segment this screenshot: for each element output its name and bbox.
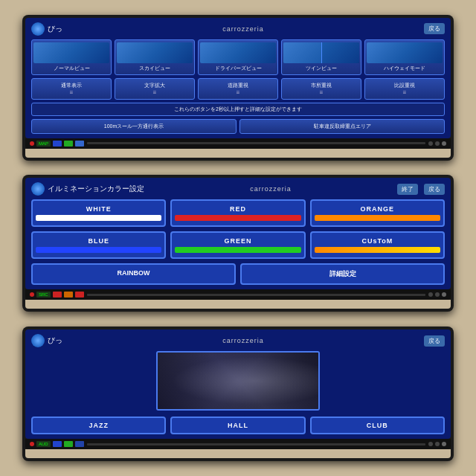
bottom-buttons-row-1: 100mスール一方通行表示 駐車違反取締重点エリア bbox=[31, 119, 445, 134]
power-btn-2[interactable] bbox=[30, 292, 34, 297]
title-text-1: びっ bbox=[48, 24, 62, 34]
ctrl-btn-nav-3[interactable] bbox=[75, 441, 84, 447]
ctrl-dot-3[interactable] bbox=[442, 141, 446, 146]
screen-panel3: びっ carrozzeria 戻る JAZZ HALL CLUB bbox=[25, 329, 451, 439]
media-thumbnail bbox=[156, 351, 320, 411]
settings-buttons-row: 通常表示 文字拡大 道路重視 市所重視 比設重視 bbox=[31, 78, 445, 100]
control-bar-2: SRC bbox=[25, 289, 451, 300]
ctrl-dot-2[interactable] bbox=[435, 141, 440, 146]
control-bar-3: AUD bbox=[25, 439, 451, 449]
screen-topbar-1: びっ carrozzeria 戻る bbox=[31, 22, 445, 36]
thumbnail-overlay bbox=[158, 353, 318, 409]
screen-title-2: イルミネーションカラー設定 bbox=[31, 182, 144, 196]
ctrl-dot-7[interactable] bbox=[428, 442, 433, 446]
view-btn-sky[interactable]: スカイビュー bbox=[115, 39, 195, 75]
info-text-1: これらのボタンを2秒以上押すと詳細な設定ができます bbox=[31, 103, 445, 116]
rainbow-btn[interactable]: RAINBOW bbox=[31, 263, 236, 285]
color-btn-blue[interactable]: BLUE bbox=[31, 231, 166, 259]
view-btn-twin[interactable]: ツインビュー bbox=[281, 39, 361, 75]
logo-icon-2 bbox=[31, 182, 45, 196]
setting-btn-city[interactable]: 市所重視 bbox=[281, 78, 361, 100]
ctrl-right-1 bbox=[428, 141, 446, 146]
logo-icon-1 bbox=[31, 22, 45, 36]
ctrl-dot-8[interactable] bbox=[435, 442, 440, 446]
screen-topbar-3: びっ carrozzeria 戻る bbox=[31, 334, 445, 347]
shelf-1 bbox=[25, 149, 451, 158]
shelf-2 bbox=[25, 300, 451, 309]
bottom-btn-parking[interactable]: 駐車違反取締重点エリア bbox=[239, 119, 445, 134]
ctrl-left-1: MAP bbox=[30, 141, 84, 147]
swatch-white bbox=[36, 215, 161, 221]
ctrl-dot-4[interactable] bbox=[428, 292, 433, 297]
genre-btn-club[interactable]: CLUB bbox=[310, 416, 445, 434]
ctrl-btn-r2-2[interactable] bbox=[75, 292, 84, 298]
logo-icon-3 bbox=[31, 334, 45, 347]
ctrl-btn-nav-1[interactable] bbox=[75, 141, 84, 147]
view-btn-driver[interactable]: ドライバーズビュー bbox=[198, 39, 278, 75]
swatch-custom bbox=[315, 247, 440, 253]
screen-panel1: びっ carrozzeria 戻る ノーマルビュー スカイビュー ドライバーズビ… bbox=[25, 18, 451, 138]
back-button-3[interactable]: 戻る bbox=[424, 335, 445, 347]
shelf-3 bbox=[25, 449, 451, 458]
ctrl-right-2 bbox=[428, 292, 446, 297]
ctrl-dot-1[interactable] bbox=[428, 141, 433, 146]
title-text-2: イルミネーションカラー設定 bbox=[48, 184, 144, 194]
ctrl-dot-9[interactable] bbox=[442, 442, 446, 446]
color-btn-orange[interactable]: ORANGE bbox=[310, 199, 445, 227]
back-button-2[interactable]: 戻る bbox=[424, 184, 445, 195]
slot-line-1 bbox=[87, 142, 425, 144]
display-3: AUD bbox=[36, 441, 51, 447]
brand-logo-1: carrozzeria bbox=[62, 25, 424, 33]
power-btn-1[interactable] bbox=[30, 141, 34, 146]
device-panel1: びっ carrozzeria 戻る ノーマルビュー スカイビュー ドライバーズビ… bbox=[22, 15, 454, 161]
brand-logo-3: carrozzeria bbox=[62, 337, 424, 344]
device-panel2: イルミネーションカラー設定 carrozzeria 終了 戻る WHITE RE… bbox=[22, 175, 454, 312]
screen-topbar-2: イルミネーションカラー設定 carrozzeria 終了 戻る bbox=[31, 182, 445, 196]
brand-logo-2: carrozzeria bbox=[144, 185, 397, 193]
device-panel3: びっ carrozzeria 戻る JAZZ HALL CLUB AUD bbox=[22, 327, 454, 461]
control-bar-1: MAP bbox=[25, 138, 451, 149]
setting-btn-road[interactable]: 道路重視 bbox=[198, 78, 278, 100]
slot-line-2 bbox=[87, 294, 425, 296]
color-btn-custom[interactable]: CUsToM bbox=[310, 231, 445, 259]
genre-btn-hall[interactable]: HALL bbox=[170, 416, 305, 434]
back-button-1[interactable]: 戻る bbox=[424, 23, 445, 34]
swatch-red bbox=[175, 215, 300, 221]
ctrl-btn-green-1[interactable] bbox=[64, 141, 73, 147]
color-btn-white[interactable]: WHITE bbox=[31, 199, 166, 227]
ctrl-btn-blue-3[interactable] bbox=[53, 441, 62, 447]
ctrl-right-3 bbox=[428, 442, 446, 446]
bottom-btn-100m[interactable]: 100mスール一方通行表示 bbox=[31, 119, 237, 134]
ctrl-btn-green-3[interactable] bbox=[64, 441, 73, 447]
view-buttons-row: ノーマルビュー スカイビュー ドライバーズビュー ツインビュー ハイウェイモード bbox=[31, 39, 445, 75]
genre-buttons-row: JAZZ HALL CLUB bbox=[31, 416, 445, 434]
ctrl-dot-5[interactable] bbox=[435, 292, 440, 297]
genre-btn-jazz[interactable]: JAZZ bbox=[31, 416, 166, 434]
screen-title-3: びっ bbox=[31, 334, 62, 347]
display-1: MAP bbox=[36, 141, 51, 147]
color-btn-red[interactable]: RED bbox=[170, 199, 305, 227]
swatch-orange bbox=[315, 215, 440, 221]
swatch-blue bbox=[36, 247, 161, 253]
color-grid: WHITE RED ORANGE BLUE GREEN CUsToM bbox=[31, 199, 445, 259]
detail-btn[interactable]: 詳細設定 bbox=[240, 263, 445, 285]
setting-btn-facility[interactable]: 比設重視 bbox=[364, 78, 445, 100]
swatch-green bbox=[175, 247, 300, 253]
end-button-2[interactable]: 終了 bbox=[397, 184, 418, 195]
ctrl-btn-blue-1[interactable] bbox=[53, 141, 62, 147]
ctrl-left-2: SRC bbox=[30, 292, 84, 298]
slot-line-3 bbox=[87, 443, 425, 446]
display-2: SRC bbox=[36, 292, 51, 298]
screen-panel2: イルミネーションカラー設定 carrozzeria 終了 戻る WHITE RE… bbox=[25, 178, 451, 289]
view-btn-normal[interactable]: ノーマルビュー bbox=[31, 39, 112, 75]
power-btn-3[interactable] bbox=[30, 442, 34, 446]
bottom-buttons-row-2: RAINBOW 詳細設定 bbox=[31, 263, 445, 285]
ctrl-btn-red-2[interactable] bbox=[53, 292, 62, 298]
color-btn-green[interactable]: GREEN bbox=[170, 231, 305, 259]
view-btn-highway[interactable]: ハイウェイモード bbox=[364, 39, 445, 75]
ctrl-btn-orange-2[interactable] bbox=[64, 292, 73, 298]
title-text-3: びっ bbox=[48, 335, 62, 346]
ctrl-dot-6[interactable] bbox=[442, 292, 446, 297]
setting-btn-text[interactable]: 文字拡大 bbox=[115, 78, 195, 100]
setting-btn-normal[interactable]: 通常表示 bbox=[31, 78, 112, 100]
